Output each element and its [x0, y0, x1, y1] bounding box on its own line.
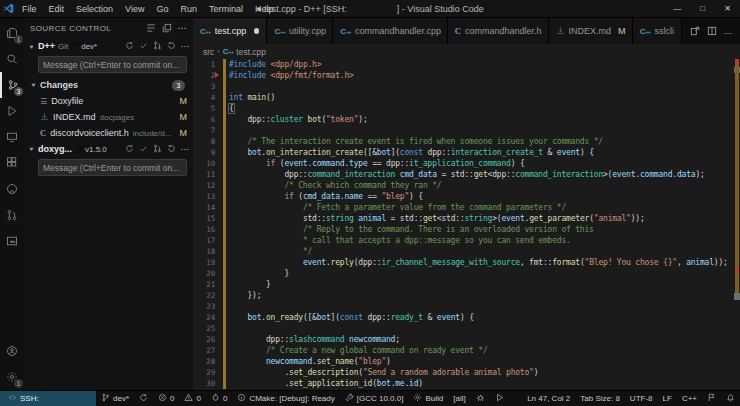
- more-actions-icon[interactable]: ⋯: [181, 41, 190, 51]
- sync-icon[interactable]: [125, 144, 134, 155]
- collapse-all-icon[interactable]: [162, 23, 172, 33]
- code-line[interactable]: 19 event.reply(dpp::ir_channel_message_w…: [193, 257, 740, 268]
- indentation-item[interactable]: Tab Size: 8: [575, 391, 625, 406]
- code-line[interactable]: 23: [193, 301, 740, 312]
- code-line[interactable]: 12 /* Check which command they ran */: [193, 180, 740, 191]
- git-sync-item[interactable]: [134, 391, 153, 406]
- breadcrumb-file[interactable]: test.cpp: [236, 47, 266, 57]
- breadcrumb[interactable]: src › C++ test.cpp: [193, 44, 740, 59]
- tab-commandhandler-cpp[interactable]: C++commandhandler.cpp: [333, 18, 448, 44]
- repo-branch[interactable]: v1.5.0: [75, 145, 107, 154]
- menu-edit[interactable]: Edit: [43, 4, 71, 14]
- close-button[interactable]: ✕: [715, 0, 740, 17]
- tab-index-md[interactable]: INDEX.mdM: [549, 18, 633, 44]
- menu-file[interactable]: File: [16, 4, 43, 14]
- panel-preview-icon[interactable]: [0, 228, 24, 254]
- split-editor-icon[interactable]: [707, 22, 717, 40]
- code-line[interactable]: 14 /* Fetch a parameter value from the c…: [193, 202, 740, 213]
- code-line[interactable]: 2#include <dpp/fmt/format.h>: [193, 70, 740, 81]
- code-line[interactable]: 28 newcommand.set_name("blep"): [193, 356, 740, 367]
- menu-run[interactable]: Run: [174, 4, 203, 14]
- menu-go[interactable]: Go: [150, 4, 174, 14]
- github-icon[interactable]: [0, 176, 24, 202]
- commit-check-icon[interactable]: [139, 41, 148, 52]
- sync-icon[interactable]: [125, 41, 134, 52]
- source-control-icon[interactable]: 3: [0, 72, 24, 98]
- settings-gear-icon[interactable]: 1: [0, 364, 24, 390]
- repo-branch[interactable]: dev*: [71, 42, 97, 51]
- pull-request-icon[interactable]: [153, 41, 162, 52]
- more-actions-icon[interactable]: ⋯: [724, 22, 733, 40]
- more-actions-icon[interactable]: ⋯: [178, 23, 187, 33]
- git-branch-item[interactable]: dev*: [96, 391, 134, 406]
- commit-check-icon[interactable]: [139, 144, 148, 155]
- remote-ssh-indicator[interactable]: SSH:: [0, 391, 96, 406]
- cmake-debug-button[interactable]: [471, 391, 490, 406]
- extensions-icon[interactable]: [0, 150, 24, 176]
- tab-commandhandler-h[interactable]: Ccommandhandler.h: [448, 18, 549, 44]
- overview-ruler[interactable]: [734, 59, 740, 390]
- code-line[interactable]: 15 std::string animal = std::get<std::st…: [193, 213, 740, 224]
- more-actions-icon[interactable]: ⋯: [181, 144, 190, 154]
- remote-explorer-icon[interactable]: [0, 124, 24, 150]
- code-line[interactable]: 6 dpp::cluster bot("token");: [193, 114, 740, 125]
- search-icon[interactable]: [0, 46, 24, 72]
- pull-requests-icon[interactable]: [0, 202, 24, 228]
- tab-sslcli[interactable]: C++sslcli: [633, 18, 682, 44]
- code-line[interactable]: 8 /* The interaction create event is fir…: [193, 136, 740, 147]
- cursor-position-item[interactable]: Ln 47, Col 2: [522, 391, 575, 406]
- code-line[interactable]: 20 }: [193, 268, 740, 279]
- run-debug-icon[interactable]: [0, 98, 24, 124]
- flame-count-item[interactable]: 0: [206, 391, 232, 406]
- account-icon[interactable]: [0, 338, 24, 364]
- pull-request-icon[interactable]: [153, 144, 162, 155]
- unsaved-dot-icon[interactable]: [254, 28, 259, 34]
- tab-test-cpp[interactable]: C++test.cpp: [193, 18, 267, 44]
- code-line[interactable]: 11 dpp::command_interaction cmd_data = s…: [193, 169, 740, 180]
- code-line[interactable]: 9 bot.on_interaction_create([&bot](const…: [193, 147, 740, 158]
- errors-item[interactable]: 0: [153, 391, 179, 406]
- code-line[interactable]: 3: [193, 81, 740, 92]
- code-line[interactable]: 22 });: [193, 290, 740, 301]
- code-line[interactable]: 17 * call that accepts a dpp::message so…: [193, 235, 740, 246]
- code-line[interactable]: 13 if (cmd_data.name == "blep") {: [193, 191, 740, 202]
- cmake-status-item[interactable]: CMake: [Debug]: Ready: [232, 391, 339, 406]
- cmake-kit-item[interactable]: [GCC 10.0.0]: [340, 391, 409, 406]
- code-line[interactable]: 26 dpp::slashcommand newcommand;: [193, 334, 740, 345]
- code-line[interactable]: 30 .set_application_id(bot.me.id): [193, 378, 740, 389]
- code-line[interactable]: 21 }: [193, 279, 740, 290]
- code-line[interactable]: 27 /* Create a new global command on rea…: [193, 345, 740, 356]
- tab-utility-cpp[interactable]: C++utility.cpp: [267, 18, 333, 44]
- warnings-item[interactable]: 0: [179, 391, 205, 406]
- eol-item[interactable]: LF: [658, 391, 677, 406]
- repo-header-d-[interactable]: ▼D++Gitdev*⋯: [24, 38, 193, 54]
- encoding-item[interactable]: UTF-8: [625, 391, 658, 406]
- code-line[interactable]: 5{: [193, 103, 740, 114]
- refresh-icon[interactable]: [167, 144, 176, 155]
- menu-view[interactable]: View: [119, 4, 150, 14]
- code-line[interactable]: 4int main(): [193, 92, 740, 103]
- open-changes-icon[interactable]: [690, 22, 700, 40]
- code-line[interactable]: 1#include <dpp/dpp.h>: [193, 59, 740, 70]
- view-tree-icon[interactable]: [146, 23, 156, 33]
- breadcrumb-folder[interactable]: src: [203, 47, 214, 57]
- changes-section-header[interactable]: ▼Changes3: [24, 77, 193, 93]
- refresh-icon[interactable]: [167, 41, 176, 52]
- menu-terminal[interactable]: Terminal: [203, 4, 249, 14]
- language-mode-item[interactable]: C++: [677, 391, 702, 406]
- cmake-target-item[interactable]: [all]: [448, 391, 470, 406]
- code-line[interactable]: 18 */: [193, 246, 740, 257]
- code-line[interactable]: 16 /* Reply to the command. There is an …: [193, 224, 740, 235]
- cmake-build-button[interactable]: Build: [408, 391, 448, 406]
- code-editor[interactable]: 1#include <dpp/dpp.h>2#include <dpp/fmt/…: [193, 59, 740, 390]
- menu-selection[interactable]: Selection: [70, 4, 119, 14]
- minimize-button[interactable]: —: [665, 0, 690, 17]
- code-line[interactable]: 29 .set_description("Send a random adora…: [193, 367, 740, 378]
- code-line[interactable]: 7: [193, 125, 740, 136]
- scm-file-row[interactable]: ☰DoxyfileM: [24, 93, 193, 109]
- commit-message-input[interactable]: [38, 56, 187, 73]
- code-line[interactable]: 10 if (event.command.type == dpp::it_app…: [193, 158, 740, 169]
- scm-file-row[interactable]: INDEX.mddocpagesM: [24, 109, 193, 125]
- maximize-button[interactable]: □: [690, 0, 715, 17]
- menu-help[interactable]: Help: [249, 4, 280, 14]
